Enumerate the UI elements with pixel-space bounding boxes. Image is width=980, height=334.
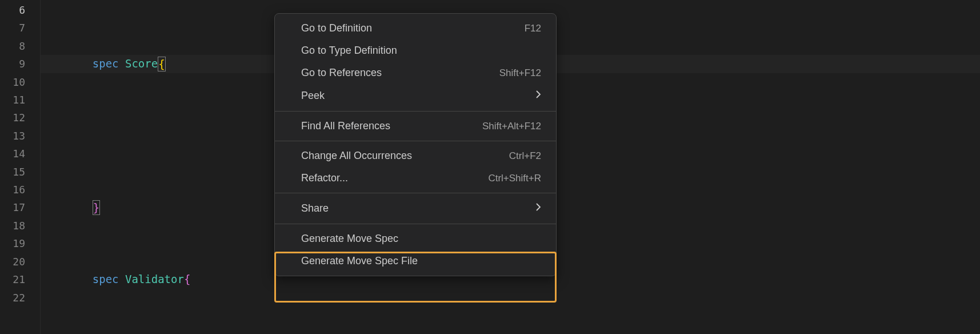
brace: {: [184, 273, 190, 285]
chevron-right-icon: [535, 89, 541, 102]
menu-share[interactable]: Share: [275, 197, 556, 220]
menu-separator: [275, 111, 556, 112]
line-number-gutter: 6 7 8 9 10 11 12 13 14 15 16 17 18 19 20…: [0, 0, 40, 334]
line-number: 12: [0, 109, 25, 126]
line-number: 22: [0, 289, 25, 307]
line-number: 19: [0, 234, 25, 252]
line-number: 9: [0, 55, 25, 73]
line-number: 7: [0, 19, 25, 37]
line-number: 10: [0, 73, 25, 91]
menu-label: Refactor...: [301, 172, 348, 184]
menu-shortcut: Shift+F12: [499, 67, 541, 79]
line-number: 14: [0, 145, 25, 162]
line-number: 16: [0, 181, 25, 198]
matching-brace-box: }: [93, 200, 100, 215]
line-number: 6: [0, 1, 25, 19]
line-number: 21: [0, 271, 25, 288]
menu-separator: [275, 141, 556, 141]
type-name: Validator: [125, 273, 184, 285]
line-number: 18: [0, 217, 25, 234]
menu-shortcut: Ctrl+Shift+R: [488, 173, 541, 184]
line-number: 17: [0, 198, 25, 216]
menu-label: Go to Type Definition: [301, 45, 397, 57]
indent: [66, 201, 93, 213]
menu-change-all-occurrences[interactable]: Change All Occurrences Ctrl+F2: [275, 145, 556, 167]
line-number: 8: [0, 37, 25, 55]
indent: [66, 57, 93, 70]
menu-separator: [275, 193, 556, 193]
line-number: 20: [0, 253, 25, 271]
menu-go-to-type-definition[interactable]: Go to Type Definition: [275, 39, 556, 62]
keyword: spec: [93, 57, 119, 70]
menu-generate-move-spec[interactable]: Generate Move Spec: [275, 228, 556, 250]
menu-shortcut: Ctrl+F2: [509, 150, 541, 162]
menu-label: Peek: [301, 90, 325, 102]
menu-label: Generate Move Spec File: [301, 255, 418, 267]
menu-find-all-references[interactable]: Find All References Shift+Alt+F12: [275, 115, 556, 137]
chevron-right-icon: [535, 202, 541, 215]
type-name: Score: [125, 57, 158, 70]
line-number: 15: [0, 163, 25, 181]
menu-go-to-definition[interactable]: Go to Definition F12: [275, 17, 556, 39]
menu-label: Generate Move Spec: [301, 233, 398, 245]
brace: {: [158, 58, 165, 70]
menu-label: Go to References: [301, 67, 382, 79]
menu-separator: [275, 224, 556, 224]
menu-label: Share: [301, 202, 329, 214]
menu-label: Change All Occurrences: [301, 150, 412, 162]
line-number: 13: [0, 127, 25, 145]
keyword: spec: [93, 273, 119, 285]
context-menu: Go to Definition F12 Go to Type Definiti…: [274, 13, 557, 276]
menu-shortcut: Shift+Alt+F12: [482, 121, 541, 132]
menu-shortcut: F12: [525, 23, 541, 34]
menu-refactor[interactable]: Refactor... Ctrl+Shift+R: [275, 167, 556, 189]
menu-go-to-references[interactable]: Go to References Shift+F12: [275, 62, 556, 84]
menu-label: Go to Definition: [301, 22, 372, 34]
menu-generate-move-spec-file[interactable]: Generate Move Spec File: [275, 250, 556, 272]
line-number: 11: [0, 91, 25, 109]
menu-peek[interactable]: Peek: [275, 84, 556, 108]
indent: [66, 273, 93, 285]
brace: }: [93, 201, 99, 214]
cursor-box: {: [158, 57, 165, 71]
menu-label: Find All References: [301, 120, 390, 132]
